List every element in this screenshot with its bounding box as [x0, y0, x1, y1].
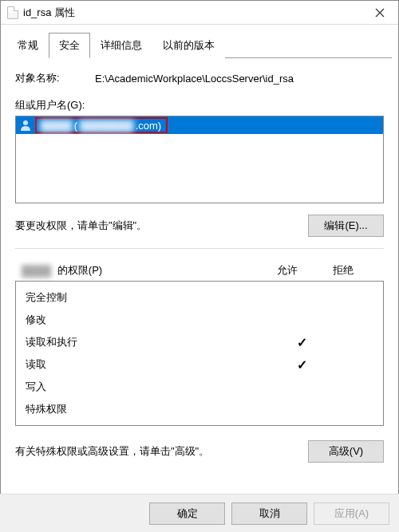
tab-content: 对象名称: E:\AcademicWorkplace\LoccsServer\i… [1, 58, 398, 474]
col-allow: 允许 [259, 263, 315, 278]
edit-hint: 要更改权限，请单击"编辑"。 [15, 219, 308, 233]
group-user-item[interactable]: ████ ( ███████ .com) [16, 116, 383, 134]
advanced-hint: 有关特殊权限或高级设置，请单击"高级"。 [15, 444, 308, 459]
user-icon [19, 119, 32, 132]
user-email-obscured: ███████ [77, 120, 135, 132]
check-icon [278, 357, 326, 372]
object-name-label: 对象名称: [15, 71, 95, 85]
dialog-footer: 确定 取消 应用(A) [0, 494, 399, 532]
col-deny: 拒绝 [315, 263, 371, 278]
permissions-title: ████ 的权限(P) [18, 263, 259, 278]
object-name-value: E:\AcademicWorkplace\LoccsServer\id_rsa [95, 73, 294, 85]
close-button[interactable] [361, 1, 398, 25]
window-title: id_rsa 属性 [23, 6, 361, 20]
groups-listbox[interactable]: ████ ( ███████ .com) [15, 116, 384, 203]
user-email-suffix: .com) [136, 120, 162, 132]
permissions-title-suffix: 的权限(P) [57, 263, 102, 278]
svg-point-0 [23, 120, 28, 125]
perm-row-read-execute: 读取和执行 [26, 331, 373, 353]
permissions-user-obscured: ████ [18, 265, 54, 277]
apply-button[interactable]: 应用(A) [314, 502, 389, 525]
tab-general[interactable]: 常规 [7, 33, 49, 58]
ok-button[interactable]: 确定 [149, 502, 225, 525]
perm-name: 修改 [26, 313, 278, 327]
titlebar: id_rsa 属性 [1, 1, 398, 25]
perm-row-modify: 修改 [26, 309, 373, 331]
tab-strip: 常规 安全 详细信息 以前的版本 [1, 28, 398, 58]
perm-name: 特殊权限 [26, 402, 278, 416]
close-icon [375, 8, 385, 18]
cancel-button[interactable]: 取消 [231, 502, 307, 525]
groups-label: 组或用户名(G): [15, 98, 384, 112]
perm-row-special: 特殊权限 [26, 398, 373, 420]
divider [15, 248, 384, 249]
permissions-header: ████ 的权限(P) 允许 拒绝 [15, 260, 384, 281]
perm-name: 读取和执行 [26, 335, 278, 349]
user-name-obscured: ████ [38, 120, 74, 132]
edit-row: 要更改权限，请单击"编辑"。 编辑(E)... [15, 215, 384, 237]
perm-row-read: 读取 [26, 353, 373, 376]
file-icon [7, 6, 18, 19]
check-icon [278, 335, 326, 350]
advanced-button[interactable]: 高级(V) [308, 440, 384, 463]
tab-previous[interactable]: 以前的版本 [152, 33, 225, 58]
perm-row-full-control: 完全控制 [26, 286, 373, 309]
tab-security[interactable]: 安全 [49, 33, 90, 58]
permissions-table: 完全控制 修改 读取和执行 读取 写入 特殊权限 [15, 281, 384, 426]
perm-name: 读取 [26, 357, 278, 372]
perm-name: 写入 [26, 380, 278, 394]
user-redaction-box: ████ ( ███████ .com) [35, 117, 168, 133]
advanced-row: 有关特殊权限或高级设置，请单击"高级"。 高级(V) [15, 440, 384, 463]
tab-details[interactable]: 详细信息 [90, 33, 152, 58]
perm-row-write: 写入 [26, 376, 373, 398]
perm-name: 完全控制 [26, 290, 278, 305]
object-name-row: 对象名称: E:\AcademicWorkplace\LoccsServer\i… [15, 71, 384, 85]
edit-button[interactable]: 编辑(E)... [308, 215, 384, 237]
